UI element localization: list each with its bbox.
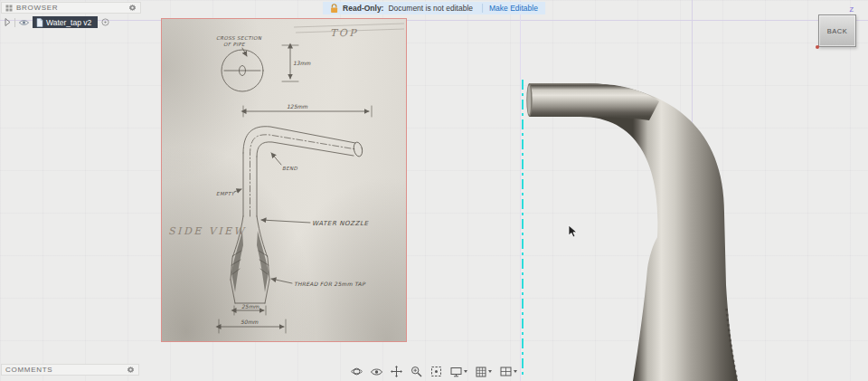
viewports-button[interactable] xyxy=(500,367,517,376)
grid-line-horizontal xyxy=(0,20,868,21)
gear-icon[interactable] xyxy=(127,366,135,374)
browser-item-document[interactable]: Water_tap v2 xyxy=(33,16,98,28)
zoom-icon xyxy=(410,366,422,377)
zoom-button[interactable] xyxy=(410,366,422,377)
fit-button[interactable] xyxy=(430,366,442,377)
tap-spout-horizontal[interactable] xyxy=(529,83,659,120)
pan-button[interactable] xyxy=(391,366,402,377)
pencil-drawing xyxy=(219,45,372,333)
orbit-icon xyxy=(351,366,363,377)
sketch-top-view-label: TOP xyxy=(330,27,358,39)
sketch-empty-label: EMPTY xyxy=(216,191,235,196)
browser-tree-row: Water_tap v2 xyxy=(5,15,109,29)
expand-arrow-icon[interactable] xyxy=(5,18,11,26)
separator xyxy=(14,18,15,27)
viewports-icon xyxy=(500,367,512,376)
pan-icon xyxy=(391,366,402,377)
sketch-drawing: TOP CROSS SECTION OF PIPE 13mm 125mm BEN… xyxy=(162,19,408,343)
grid-snaps-button[interactable] xyxy=(476,367,492,377)
viewcube-axis-z-label: Z xyxy=(849,5,854,14)
chevron-down-icon xyxy=(514,370,517,373)
grid-snaps-icon xyxy=(476,367,486,377)
tap-body[interactable] xyxy=(529,83,738,381)
sketch-side-view-label: SIDE VIEW xyxy=(168,225,247,237)
comments-panel-title: COMMENTS xyxy=(5,366,52,374)
viewcube[interactable]: Z BACK xyxy=(818,14,856,47)
model-water-tap[interactable] xyxy=(506,77,750,381)
display-settings-icon xyxy=(450,367,462,377)
sketch-dim-125mm: 125mm xyxy=(287,103,307,110)
readonly-message: Document is not editable xyxy=(388,4,473,13)
document-icon xyxy=(36,18,43,27)
look-at-icon xyxy=(371,367,382,376)
sketch-dim-13mm: 13mm xyxy=(293,60,310,66)
chevron-down-icon xyxy=(488,370,492,373)
fit-icon xyxy=(430,366,442,377)
readonly-banner: Read-Only: Document is not editable Make… xyxy=(323,2,545,14)
gear-icon[interactable] xyxy=(128,4,137,12)
tap-end-cap-face xyxy=(527,85,531,114)
comments-panel-header[interactable]: COMMENTS xyxy=(1,364,139,376)
orbit-button[interactable] xyxy=(351,366,363,377)
viewcube-back-face[interactable]: BACK xyxy=(818,14,856,47)
sketch-dim-25mm: 25mm xyxy=(241,303,259,310)
radio-dot-icon[interactable] xyxy=(101,18,109,26)
chevron-down-icon xyxy=(464,370,467,373)
document-name-label: Water_tap v2 xyxy=(46,18,91,27)
canvas-sketch-image[interactable]: TOP CROSS SECTION OF PIPE 13mm 125mm BEN… xyxy=(161,18,407,342)
look-at-button[interactable] xyxy=(371,367,382,376)
mouse-cursor xyxy=(568,224,579,239)
sketch-cross-section-note-2: OF PIPE xyxy=(223,42,246,47)
sketch-dim-50mm: 50mm xyxy=(241,319,258,325)
sketch-thread-note: THREAD FOR 25mm TAP xyxy=(294,281,366,287)
readonly-label: Read-Only: xyxy=(343,4,383,13)
make-editable-button[interactable]: Make Editable xyxy=(482,4,538,13)
browser-panel-header[interactable]: BROWSER xyxy=(1,2,141,14)
navigation-toolbar xyxy=(351,366,517,377)
panel-grid-icon xyxy=(5,5,13,12)
sketch-cross-section-note-1: CROSS SECTION xyxy=(216,35,262,41)
visibility-eye-icon[interactable] xyxy=(19,19,29,26)
sketch-bend-label: BEND xyxy=(282,166,298,171)
sketch-water-nozzle-label: WATER NOZZLE xyxy=(312,220,369,227)
lock-icon xyxy=(330,4,338,14)
browser-panel-title: BROWSER xyxy=(16,4,58,12)
display-settings-button[interactable] xyxy=(450,367,467,377)
fusion-window: { "browser_panel": { "title": "BROWSER",… xyxy=(0,0,868,381)
viewcube-axis-x-dot xyxy=(816,45,819,49)
